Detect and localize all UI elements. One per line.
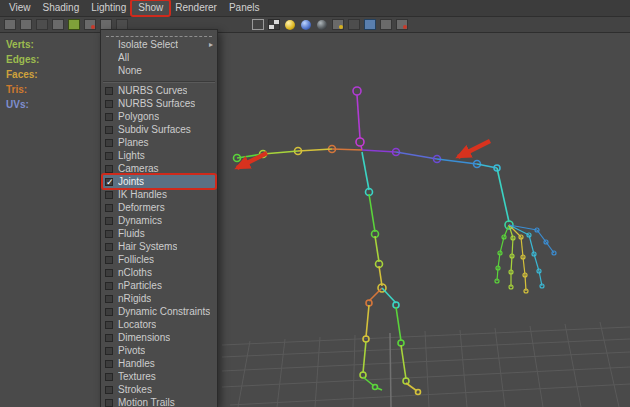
menu-separator — [103, 77, 215, 82]
menu-item-ik-handles[interactable]: IK Handles — [101, 188, 217, 201]
checkbox-dynamic-constraints[interactable] — [105, 308, 113, 316]
wireframe-icon[interactable] — [251, 18, 265, 31]
menu-item-fluids[interactable]: Fluids — [101, 227, 217, 240]
menu-item-nurbs-curves[interactable]: NURBS Curves — [101, 84, 217, 97]
checkbox-ik-handles[interactable] — [105, 191, 113, 199]
menu-item-label: NURBS Surfaces — [118, 98, 195, 109]
menu-item-label: IK Handles — [118, 189, 167, 200]
checkbox-hair-systems[interactable] — [105, 243, 113, 251]
checkbox-nrigids[interactable] — [105, 295, 113, 303]
menu-item-nurbs-surfaces[interactable]: NURBS Surfaces — [101, 97, 217, 110]
menu-item-cameras[interactable]: Cameras — [101, 162, 217, 175]
two-d-pan-zoom-icon[interactable] — [51, 18, 65, 31]
menu-item-joints[interactable]: ✓Joints — [101, 175, 217, 188]
checkbox-subdiv-surfaces[interactable] — [105, 126, 113, 134]
menu-item-subdiv-surfaces[interactable]: Subdiv Surfaces — [101, 123, 217, 136]
lit-sphere-icon[interactable] — [315, 18, 329, 31]
menu-tearoff-handle[interactable] — [106, 31, 212, 37]
menu-item-locators[interactable]: Locators — [101, 318, 217, 331]
menu-item-label: nCloths — [118, 267, 152, 278]
menu-item-dynamics[interactable]: Dynamics — [101, 214, 217, 227]
hud-label: Edges: — [6, 54, 39, 69]
menu-item-handles[interactable]: Handles — [101, 357, 217, 370]
hud-stats: Verts:0Edges:0Faces:0Tris:0UVs:0 — [6, 39, 108, 114]
hud-row-uvs: UVs:0 — [6, 99, 108, 114]
hud-label: Tris: — [6, 84, 27, 99]
use-default-material-icon[interactable] — [331, 18, 345, 31]
checkbox-strokes[interactable] — [105, 386, 113, 394]
menu-item-label: Pivots — [118, 345, 145, 356]
shadows-icon[interactable] — [347, 18, 361, 31]
checkbox-handles[interactable] — [105, 360, 113, 368]
menu-item-label: Joints — [118, 176, 144, 187]
checkbox-dimensions[interactable] — [105, 334, 113, 342]
menu-item-ncloths[interactable]: nCloths — [101, 266, 217, 279]
menu-item-label: Cameras — [118, 163, 159, 174]
menubar-item-renderer[interactable]: Renderer — [169, 0, 223, 16]
checkbox-fluids[interactable] — [105, 230, 113, 238]
checkbox-cameras[interactable] — [105, 165, 113, 173]
checkbox-nurbs-curves[interactable] — [105, 87, 113, 95]
checkbox-pivots[interactable] — [105, 347, 113, 355]
checkbox-locators[interactable] — [105, 321, 113, 329]
camera-attributes-icon[interactable] — [3, 18, 17, 31]
film-gate-icon[interactable] — [83, 18, 97, 31]
checkbox-polygons[interactable] — [105, 113, 113, 121]
menu-item-label: Subdiv Surfaces — [118, 124, 191, 135]
menu-item-lights[interactable]: Lights — [101, 149, 217, 162]
menu-item-motion-trails[interactable]: Motion Trails — [101, 396, 217, 407]
menu-item-planes[interactable]: Planes — [101, 136, 217, 149]
xray-icon[interactable] — [363, 18, 377, 31]
hud-row-tris: Tris:0 — [6, 84, 108, 99]
checkbox-nparticles[interactable] — [105, 282, 113, 290]
menu-item-label: Locators — [118, 319, 156, 330]
menu-item-textures[interactable]: Textures — [101, 370, 217, 383]
menubar-item-lighting[interactable]: Lighting — [85, 0, 132, 16]
menu-item-all[interactable]: All — [101, 51, 217, 64]
textured-sphere-icon[interactable] — [299, 18, 313, 31]
checkbox-lights[interactable] — [105, 152, 113, 160]
checkbox-nurbs-surfaces[interactable] — [105, 100, 113, 108]
joint-xray-icon[interactable] — [395, 18, 409, 31]
checkbox-motion-trails[interactable] — [105, 399, 113, 407]
menubar-item-show[interactable]: Show — [132, 0, 169, 16]
viewport-grid — [222, 322, 630, 407]
menu-item-none[interactable]: None — [101, 64, 217, 77]
menu-item-dimensions[interactable]: Dimensions — [101, 331, 217, 344]
isolate-select-icon[interactable] — [379, 18, 393, 31]
menu-item-nrigids[interactable]: nRigids — [101, 292, 217, 305]
checkbox-follicles[interactable] — [105, 256, 113, 264]
menu-item-nparticles[interactable]: nParticles — [101, 279, 217, 292]
checkbox-ncloths[interactable] — [105, 269, 113, 277]
checkbox-dynamics[interactable] — [105, 217, 113, 225]
checkbox-textures[interactable] — [105, 373, 113, 381]
menu-item-dynamic-constraints[interactable]: Dynamic Constraints — [101, 305, 217, 318]
menubar-item-panels[interactable]: Panels — [223, 0, 266, 16]
menu-item-label: Handles — [118, 358, 155, 369]
menubar-item-view[interactable]: View — [3, 0, 37, 16]
menu-item-polygons[interactable]: Polygons — [101, 110, 217, 123]
menu-item-hair-systems[interactable]: Hair Systems — [101, 240, 217, 253]
shaded-sphere-icon[interactable] — [283, 18, 297, 31]
grease-pencil-icon[interactable] — [67, 18, 81, 31]
viewport-3d[interactable]: Verts:0Edges:0Faces:0Tris:0UVs:0 — [0, 33, 630, 407]
menubar-item-shading[interactable]: Shading — [37, 0, 86, 16]
menu-item-strokes[interactable]: Strokes — [101, 383, 217, 396]
menu-item-label: Dimensions — [118, 332, 170, 343]
menu-item-label: Lights — [118, 150, 145, 161]
checkbox-planes[interactable] — [105, 139, 113, 147]
menu-item-label: Motion Trails — [118, 397, 175, 407]
toolbar-group-right — [251, 18, 409, 31]
menu-item-label: nRigids — [118, 293, 151, 304]
checkbox-deformers[interactable] — [105, 204, 113, 212]
checkbox-joints[interactable]: ✓ — [105, 178, 113, 186]
checker-icon[interactable] — [267, 18, 281, 31]
menu-item-follicles[interactable]: Follicles — [101, 253, 217, 266]
menu-item-deformers[interactable]: Deformers — [101, 201, 217, 214]
menu-item-isolate-select[interactable]: Isolate Select▸ — [101, 38, 217, 51]
menu-item-pivots[interactable]: Pivots — [101, 344, 217, 357]
image-plane-icon[interactable] — [35, 18, 49, 31]
bookmark-icon[interactable] — [19, 18, 33, 31]
hud-row-edges: Edges:0 — [6, 54, 108, 69]
menu-item-label: Isolate Select — [118, 39, 178, 50]
